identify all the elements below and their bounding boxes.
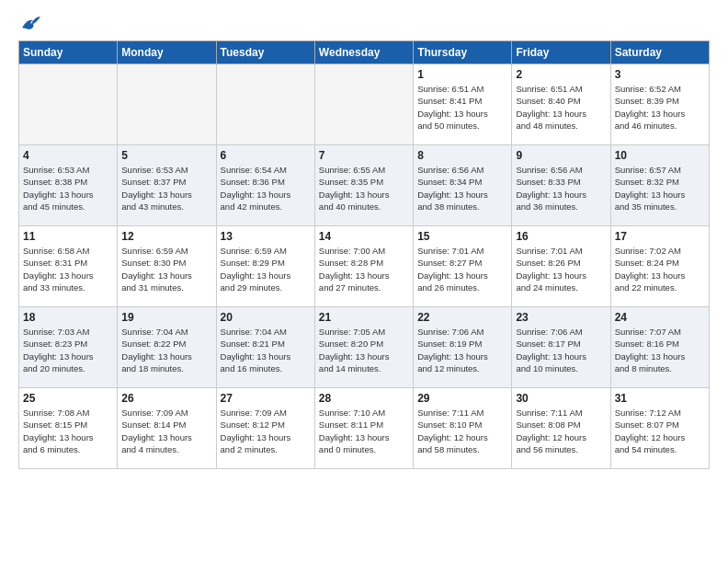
day-number: 27 — [221, 392, 311, 405]
day-info: Sunrise: 6:53 AM Sunset: 8:37 PM Dayligh… — [121, 164, 211, 213]
calendar-cell: 7Sunrise: 6:55 AM Sunset: 8:35 PM Daylig… — [314, 145, 413, 226]
calendar-week-row: 4Sunrise: 6:53 AM Sunset: 8:38 PM Daylig… — [19, 145, 710, 226]
calendar-cell: 4Sunrise: 6:53 AM Sunset: 8:38 PM Daylig… — [19, 145, 118, 226]
day-info: Sunrise: 6:55 AM Sunset: 8:35 PM Dayligh… — [319, 164, 409, 213]
day-number: 23 — [516, 311, 606, 324]
day-info: Sunrise: 6:51 AM Sunset: 8:41 PM Dayligh… — [417, 83, 507, 132]
day-number: 28 — [319, 392, 409, 405]
calendar-cell: 22Sunrise: 7:06 AM Sunset: 8:19 PM Dayli… — [414, 307, 512, 388]
day-info: Sunrise: 6:56 AM Sunset: 8:33 PM Dayligh… — [516, 164, 606, 213]
day-number: 13 — [221, 230, 311, 243]
day-number: 8 — [417, 149, 507, 162]
calendar-cell: 1Sunrise: 6:51 AM Sunset: 8:41 PM Daylig… — [414, 64, 512, 145]
day-number: 20 — [221, 311, 311, 324]
day-number: 29 — [417, 392, 507, 405]
calendar-cell: 18Sunrise: 7:03 AM Sunset: 8:23 PM Dayli… — [19, 307, 118, 388]
calendar-cell: 23Sunrise: 7:06 AM Sunset: 8:17 PM Dayli… — [512, 307, 610, 388]
calendar-cell: 26Sunrise: 7:09 AM Sunset: 8:14 PM Dayli… — [118, 388, 216, 469]
day-number: 3 — [615, 68, 705, 81]
calendar-cell: 17Sunrise: 7:02 AM Sunset: 8:24 PM Dayli… — [610, 226, 709, 307]
day-number: 21 — [319, 311, 409, 324]
day-info: Sunrise: 7:06 AM Sunset: 8:19 PM Dayligh… — [417, 326, 507, 374]
calendar-cell: 20Sunrise: 7:04 AM Sunset: 8:21 PM Dayli… — [216, 307, 314, 388]
calendar-cell: 31Sunrise: 7:12 AM Sunset: 8:07 PM Dayli… — [610, 388, 709, 469]
calendar-cell: 8Sunrise: 6:56 AM Sunset: 8:34 PM Daylig… — [414, 145, 512, 226]
calendar-cell: 2Sunrise: 6:51 AM Sunset: 8:40 PM Daylig… — [512, 64, 610, 145]
calendar-cell: 9Sunrise: 6:56 AM Sunset: 8:33 PM Daylig… — [512, 145, 610, 226]
day-number: 1 — [417, 68, 507, 81]
day-number: 30 — [516, 392, 606, 405]
calendar-header-row: SundayMondayTuesdayWednesdayThursdayFrid… — [19, 41, 710, 64]
calendar-week-row: 1Sunrise: 6:51 AM Sunset: 8:41 PM Daylig… — [19, 64, 710, 145]
day-info: Sunrise: 7:12 AM Sunset: 8:07 PM Dayligh… — [615, 407, 705, 455]
day-info: Sunrise: 7:10 AM Sunset: 8:11 PM Dayligh… — [319, 407, 409, 455]
column-header-monday: Monday — [118, 41, 216, 64]
calendar-cell: 19Sunrise: 7:04 AM Sunset: 8:22 PM Dayli… — [118, 307, 216, 388]
day-number: 6 — [221, 149, 311, 162]
calendar-cell: 11Sunrise: 6:58 AM Sunset: 8:31 PM Dayli… — [19, 226, 118, 307]
calendar-cell: 10Sunrise: 6:57 AM Sunset: 8:32 PM Dayli… — [610, 145, 709, 226]
calendar-cell: 24Sunrise: 7:07 AM Sunset: 8:16 PM Dayli… — [610, 307, 709, 388]
logo-bird-icon — [20, 15, 40, 31]
day-number: 9 — [516, 149, 606, 162]
day-info: Sunrise: 7:04 AM Sunset: 8:21 PM Dayligh… — [221, 326, 311, 374]
day-info: Sunrise: 7:08 AM Sunset: 8:15 PM Dayligh… — [23, 407, 113, 455]
column-header-thursday: Thursday — [414, 41, 512, 64]
calendar-cell: 12Sunrise: 6:59 AM Sunset: 8:30 PM Dayli… — [118, 226, 216, 307]
day-number: 17 — [615, 230, 705, 243]
calendar-cell: 28Sunrise: 7:10 AM Sunset: 8:11 PM Dayli… — [314, 388, 413, 469]
column-header-sunday: Sunday — [19, 41, 118, 64]
calendar-cell: 30Sunrise: 7:11 AM Sunset: 8:08 PM Dayli… — [512, 388, 610, 469]
calendar-cell: 21Sunrise: 7:05 AM Sunset: 8:20 PM Dayli… — [314, 307, 413, 388]
calendar-week-row: 11Sunrise: 6:58 AM Sunset: 8:31 PM Dayli… — [19, 226, 710, 307]
day-number: 4 — [23, 149, 113, 162]
page: SundayMondayTuesdayWednesdayThursdayFrid… — [0, 0, 728, 563]
day-info: Sunrise: 7:11 AM Sunset: 8:10 PM Dayligh… — [417, 407, 507, 455]
column-header-tuesday: Tuesday — [216, 41, 314, 64]
column-header-saturday: Saturday — [610, 41, 709, 64]
day-info: Sunrise: 7:01 AM Sunset: 8:27 PM Dayligh… — [417, 245, 507, 293]
calendar-cell — [19, 64, 118, 145]
day-info: Sunrise: 6:51 AM Sunset: 8:40 PM Dayligh… — [516, 83, 606, 132]
day-info: Sunrise: 6:59 AM Sunset: 8:30 PM Dayligh… — [121, 245, 211, 293]
day-info: Sunrise: 7:11 AM Sunset: 8:08 PM Dayligh… — [516, 407, 606, 455]
day-number: 24 — [615, 311, 705, 324]
day-number: 7 — [319, 149, 409, 162]
calendar-cell — [216, 64, 314, 145]
day-number: 5 — [121, 149, 211, 162]
day-number: 12 — [121, 230, 211, 243]
day-number: 31 — [615, 392, 705, 405]
day-info: Sunrise: 7:06 AM Sunset: 8:17 PM Dayligh… — [516, 326, 606, 374]
day-number: 11 — [23, 230, 113, 243]
calendar-cell: 14Sunrise: 7:00 AM Sunset: 8:28 PM Dayli… — [314, 226, 413, 307]
day-info: Sunrise: 7:00 AM Sunset: 8:28 PM Dayligh… — [319, 245, 409, 293]
calendar-cell: 13Sunrise: 6:59 AM Sunset: 8:29 PM Dayli… — [216, 226, 314, 307]
day-number: 15 — [417, 230, 507, 243]
calendar-cell: 27Sunrise: 7:09 AM Sunset: 8:12 PM Dayli… — [216, 388, 314, 469]
day-info: Sunrise: 7:09 AM Sunset: 8:12 PM Dayligh… — [221, 407, 311, 455]
day-number: 2 — [516, 68, 606, 81]
day-number: 10 — [615, 149, 705, 162]
day-info: Sunrise: 7:01 AM Sunset: 8:26 PM Dayligh… — [516, 245, 606, 293]
day-number: 26 — [121, 392, 211, 405]
calendar-cell: 6Sunrise: 6:54 AM Sunset: 8:36 PM Daylig… — [216, 145, 314, 226]
day-info: Sunrise: 6:54 AM Sunset: 8:36 PM Dayligh… — [221, 164, 311, 213]
day-info: Sunrise: 7:05 AM Sunset: 8:20 PM Dayligh… — [319, 326, 409, 374]
calendar-cell: 29Sunrise: 7:11 AM Sunset: 8:10 PM Dayli… — [414, 388, 512, 469]
logo — [18, 15, 40, 31]
calendar-week-row: 18Sunrise: 7:03 AM Sunset: 8:23 PM Dayli… — [19, 307, 710, 388]
day-info: Sunrise: 7:07 AM Sunset: 8:16 PM Dayligh… — [615, 326, 705, 374]
day-number: 22 — [417, 311, 507, 324]
calendar-cell — [314, 64, 413, 145]
day-info: Sunrise: 7:02 AM Sunset: 8:24 PM Dayligh… — [615, 245, 705, 293]
calendar-week-row: 25Sunrise: 7:08 AM Sunset: 8:15 PM Dayli… — [19, 388, 710, 469]
calendar-cell: 16Sunrise: 7:01 AM Sunset: 8:26 PM Dayli… — [512, 226, 610, 307]
day-info: Sunrise: 6:56 AM Sunset: 8:34 PM Dayligh… — [417, 164, 507, 213]
day-info: Sunrise: 6:59 AM Sunset: 8:29 PM Dayligh… — [221, 245, 311, 293]
calendar-cell: 5Sunrise: 6:53 AM Sunset: 8:37 PM Daylig… — [118, 145, 216, 226]
calendar-cell — [118, 64, 216, 145]
day-info: Sunrise: 6:52 AM Sunset: 8:39 PM Dayligh… — [615, 83, 705, 132]
calendar-cell: 25Sunrise: 7:08 AM Sunset: 8:15 PM Dayli… — [19, 388, 118, 469]
day-info: Sunrise: 6:58 AM Sunset: 8:31 PM Dayligh… — [23, 245, 113, 293]
day-number: 16 — [516, 230, 606, 243]
